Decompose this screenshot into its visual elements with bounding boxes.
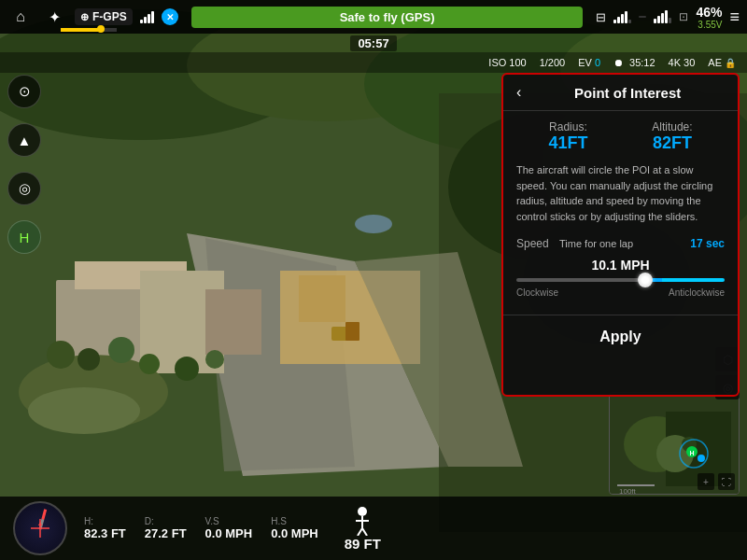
gps-mode: ⊕ F-GPS xyxy=(75,8,133,25)
video-signal-bars xyxy=(654,10,671,23)
svg-point-22 xyxy=(205,350,224,369)
minimap-scale-label: 100ft xyxy=(619,487,637,495)
ev-display: EV 0 xyxy=(578,57,600,68)
nav-icon-btn[interactable]: ▲ xyxy=(7,123,41,157)
poi-slider[interactable] xyxy=(516,278,725,282)
hs-value: 0.0 MPH xyxy=(271,526,318,540)
shutter-display: 1/200 xyxy=(540,57,566,68)
hd-label xyxy=(639,16,646,18)
svg-point-17 xyxy=(47,341,75,369)
gps-progress-thumb xyxy=(97,25,105,33)
anticlockwise-label: Anticlockwise xyxy=(669,287,725,298)
poi-metrics: Radius: 41FT Altitude: 82FT xyxy=(516,120,725,153)
lap-time-value: 17 sec xyxy=(690,237,725,250)
resolution-display: 4K 30 xyxy=(669,57,696,68)
safe-to-fly-badge: Safe to fly (GPS) xyxy=(191,7,584,28)
poi-header: ‹ Point of Interest xyxy=(503,75,738,111)
minimap-controls: + ⛶ xyxy=(698,473,735,490)
h-value: 82.3 FT xyxy=(84,526,126,540)
flight-timer: 05:57 xyxy=(350,35,396,51)
minimap-position-dot xyxy=(698,455,705,462)
signal-bar-r1 xyxy=(613,20,616,23)
minimap-zoom-in[interactable]: + xyxy=(698,473,714,490)
timer-bar: 05:57 xyxy=(0,34,747,52)
person-alt-value: 89 FT xyxy=(345,536,381,552)
altitude-value: 82FT xyxy=(652,133,692,153)
rc-icon: ⊟ xyxy=(596,10,606,24)
signal-bar-r5 xyxy=(628,20,631,23)
poi-radius: Radius: 41FT xyxy=(548,120,587,153)
battery-info: 46% 3.55V xyxy=(696,5,722,30)
battery-volt: 3.55V xyxy=(698,20,722,30)
speed-label: Speed xyxy=(516,237,554,250)
telem-h: H: 82.3 FT xyxy=(84,516,126,540)
slider-track xyxy=(516,278,725,282)
svg-rect-12 xyxy=(299,275,345,322)
gps-progress-fill xyxy=(61,28,100,32)
map-icon-btn[interactable]: ⊙ xyxy=(7,75,41,108)
home-icon[interactable]: ⌂ xyxy=(7,4,34,30)
h-label: H: xyxy=(84,516,93,526)
minimap-expand[interactable]: ⛶ xyxy=(718,473,735,490)
svg-point-19 xyxy=(108,337,134,363)
vsig-3 xyxy=(661,13,664,23)
svg-line-42 xyxy=(358,528,362,536)
signal-bars-right xyxy=(613,10,631,23)
minimap-h-marker: H xyxy=(689,450,694,456)
flight-mode-icon[interactable]: ✕ xyxy=(162,8,178,25)
camera-bar: ISO 100 1/200 EV 0 ⏺35:12 4K 30 AE 🔒 xyxy=(0,52,747,73)
d-value: 27.2 FT xyxy=(145,526,187,540)
compass-circle xyxy=(13,501,67,555)
radius-label: Radius: xyxy=(548,120,587,133)
svg-rect-10 xyxy=(205,289,261,355)
svg-rect-14 xyxy=(345,322,359,341)
vsig-5 xyxy=(669,18,671,23)
signal-bar-r2 xyxy=(617,17,620,23)
gps-icon: ⊕ xyxy=(80,11,89,23)
gimbal-icon-btn[interactable]: ◎ xyxy=(7,172,41,205)
main-screen: ⌂ ✦ ⊕ F-GPS ✕ Safe to fly (GPS) ⊟ xyxy=(0,0,747,560)
compass-crosshair xyxy=(26,514,54,542)
poi-panel: ‹ Point of Interest Radius: 41FT Altitud… xyxy=(501,73,740,397)
menu-icon[interactable]: ≡ xyxy=(729,7,740,27)
telem-vs: V.S 0.0 MPH xyxy=(205,516,253,540)
record-time: ⏺35:12 xyxy=(613,57,655,68)
telem-d: D: 27.2 FT xyxy=(145,516,187,540)
gps-label: F-GPS xyxy=(92,10,127,23)
ae-display: AE 🔒 xyxy=(708,57,736,68)
clockwise-label: Clockwise xyxy=(516,287,558,298)
gps-progress-track xyxy=(61,28,117,32)
telem-hs: H.S 0.0 MPH xyxy=(271,516,318,540)
vsig-2 xyxy=(657,16,660,23)
person-icon xyxy=(351,506,374,536)
signal-bars-left xyxy=(140,10,154,23)
minimap: H 100ft + ⛶ xyxy=(609,392,740,495)
home-point-btn[interactable]: H xyxy=(7,220,41,254)
poi-description: The aircraft will circle the POI at a sl… xyxy=(516,162,725,224)
slider-thumb[interactable] xyxy=(638,273,653,287)
left-sidebar: ⊙ ▲ ◎ H xyxy=(7,75,41,254)
vsig-4 xyxy=(665,10,668,23)
svg-line-43 xyxy=(362,528,367,536)
signal-bar-r4 xyxy=(625,11,627,23)
signal-bar-4 xyxy=(151,11,154,23)
poi-title: Point of Interest xyxy=(530,85,725,101)
svg-point-20 xyxy=(139,354,160,374)
drone-icon[interactable]: ✦ xyxy=(41,4,67,30)
person-altitude: 89 FT xyxy=(330,506,396,552)
vs-value: 0.0 MPH xyxy=(205,526,253,540)
lap-time-label: Time for one lap xyxy=(559,238,684,249)
signal-bar-3 xyxy=(148,14,150,23)
poi-back-button[interactable]: ‹ xyxy=(516,84,521,101)
svg-marker-38 xyxy=(38,522,42,525)
apply-button[interactable]: Apply xyxy=(503,315,738,358)
compass xyxy=(7,500,73,556)
bottom-bar: H: 82.3 FT D: 27.2 FT V.S 0.0 MPH H.S 0.… xyxy=(0,497,747,560)
poi-slider-labels: Clockwise Anticlockwise xyxy=(516,287,725,298)
signal-bar-r3 xyxy=(621,14,624,23)
battery-icon: ⊡ xyxy=(679,10,688,23)
hs-label: H.S xyxy=(271,516,287,526)
vsig-1 xyxy=(654,19,656,23)
minimap-scale xyxy=(617,484,655,486)
telemetry-grid: H: 82.3 FT D: 27.2 FT V.S 0.0 MPH H.S 0.… xyxy=(73,516,330,540)
